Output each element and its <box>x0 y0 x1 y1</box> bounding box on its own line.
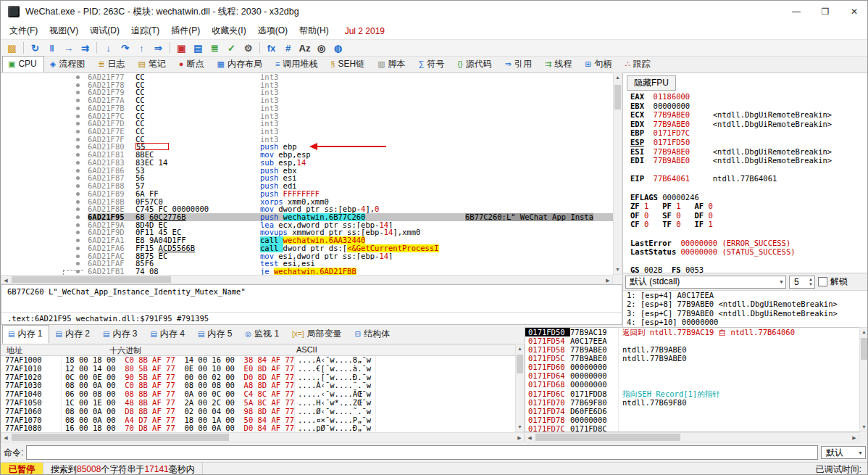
register-line[interactable] <box>623 183 868 193</box>
breakpoint-gutter[interactable] <box>1 136 88 144</box>
run-to-cursor-icon[interactable]: ⇒ <box>151 41 166 55</box>
registers-panel[interactable]: 隐藏FPU EAX 01186000EBX 00000000ECX 77B9AB… <box>622 73 868 273</box>
step-over-icon[interactable]: ↷ <box>117 41 133 55</box>
scroll-down-arrow-icon[interactable]: ▼ <box>860 423 868 431</box>
disasm-row[interactable]: 6AD21FA6FF15 ACD5566Bcall dword ptr ds:[… <box>1 244 613 252</box>
disasm-row[interactable]: 6AD21F7BCCint3 <box>1 104 613 112</box>
tab-call-stack[interactable]: ≡调用堆栈 <box>270 56 325 73</box>
breakpoint-gutter[interactable] <box>1 81 88 89</box>
stepper-arrows-icon[interactable]: ▲▼ <box>809 277 813 287</box>
breakpoint-gutter[interactable] <box>1 73 88 81</box>
command-input[interactable] <box>26 445 818 460</box>
unlock-checkbox[interactable] <box>818 277 827 286</box>
memory-dump-view[interactable]: 地址 十六进制 ASCII 77AF100018 00 18 00 C0 8B … <box>1 344 515 433</box>
tab-memory-map[interactable]: ▦内存布局 <box>212 56 270 73</box>
scrollbar-thumb[interactable] <box>517 355 523 373</box>
memory-map-icon[interactable]: ▤ <box>191 41 206 55</box>
breakpoint-gutter[interactable] <box>1 205 88 213</box>
tab-log[interactable]: ≣日志 <box>92 56 132 73</box>
breakpoint-gutter[interactable] <box>1 213 88 221</box>
breakpoint-gutter[interactable] <box>1 151 88 159</box>
register-line[interactable]: EIP 77B64061 ntdll.77B64061 <box>623 174 868 183</box>
breakpoint-gutter[interactable] <box>1 252 88 260</box>
register-line[interactable]: LastError 00000000 (ERROR_SUCCESS) <box>623 239 868 248</box>
menu-item[interactable]: 收藏夹(I) <box>206 23 251 38</box>
minimize-button[interactable]: — <box>782 1 811 22</box>
register-line[interactable]: LastStatus 00000000 (STATUS_SUCCESS) <box>623 247 868 257</box>
stack-view[interactable]: 0171FD5077B9AC19返回到 ntdll.77B9AC19 自 ntd… <box>525 327 868 432</box>
step-into-icon[interactable]: ↓ <box>101 41 116 55</box>
register-line[interactable]: EAX 01186000 <box>623 92 868 102</box>
step-out-icon[interactable]: ↑ <box>134 41 149 55</box>
breakpoint-gutter[interactable] <box>1 96 88 104</box>
tab-breakpoints[interactable]: ●断点 <box>173 56 212 73</box>
breakpoint-gutter[interactable] <box>1 167 88 175</box>
menu-item[interactable]: 追踪(T) <box>125 23 165 38</box>
command-profile-select[interactable]: 默认 ▼ <box>821 446 866 459</box>
breakpoint-gutter[interactable] <box>1 190 88 198</box>
breakpoint-gutter[interactable] <box>1 104 88 112</box>
tab-handles[interactable]: ⊞句柄 <box>579 56 619 73</box>
menu-item[interactable]: 文件(F) <box>4 23 43 38</box>
tab-locals[interactable]: [x=]局部变量 <box>286 325 349 344</box>
stack-row[interactable]: 0171FD6400000000 <box>525 371 868 380</box>
pause-icon[interactable]: ‖ <box>44 41 59 55</box>
restart-icon[interactable]: ↻ <box>28 41 43 55</box>
tab-source[interactable]: {}源代码 <box>451 56 498 73</box>
stack-row[interactable]: 0171FD5077B9AC19返回到 ntdll.77B9AC19 自 ntd… <box>525 328 868 336</box>
scrollbar-thumb[interactable] <box>535 434 680 441</box>
hide-fpu-button[interactable]: 隐藏FPU <box>627 75 676 91</box>
scrollbar-thumb[interactable] <box>614 85 621 110</box>
register-line[interactable]: ZF 1 PF 1 AF 0 <box>623 202 868 211</box>
patches-icon[interactable]: ▣ <box>174 41 189 55</box>
scroll-up-arrow-icon[interactable]: ▲ <box>614 73 622 82</box>
open-folder-icon[interactable]: ▨ <box>4 41 20 55</box>
menu-item[interactable]: 选项(O) <box>252 23 293 38</box>
breakpoint-gutter[interactable] <box>1 228 88 236</box>
register-line[interactable]: CF 0 TF 0 IF 1 <box>623 220 868 229</box>
tab-mem3[interactable]: ▤内存 3 <box>97 325 144 344</box>
stack-row[interactable]: 0171FD6C0171FDD8指向SEH_Record[1]的指针 <box>525 389 868 398</box>
argument-line[interactable]: 1: [esp+4] A0C17EEA <box>623 291 868 300</box>
close-button[interactable]: ✕ <box>840 1 868 22</box>
strings-icon[interactable]: Az <box>297 41 312 55</box>
tab-mem1[interactable]: ▤内存 1 <box>2 325 49 344</box>
run-icon[interactable]: → <box>61 41 76 55</box>
tab-notes[interactable]: ▤笔记 <box>132 56 172 73</box>
breakpoint-gutter[interactable] <box>1 174 88 182</box>
breakpoint-gutter[interactable] <box>1 244 88 252</box>
register-line[interactable]: ECX 77B9ABE0 <ntdll.DbgUiRemoteBreakin> <box>623 110 868 120</box>
run-alt-icon[interactable]: ⇉ <box>78 41 93 55</box>
stack-row[interactable]: 0171FD54A0C17EEA <box>525 336 868 345</box>
breakpoint-gutter[interactable] <box>1 112 88 120</box>
disassembly-horizontal-scrollbar[interactable]: ◀ ▶ <box>1 275 613 284</box>
register-line[interactable]: EBP 0171FD7C <box>623 128 868 138</box>
register-line[interactable]: GS 002B FS 0053 <box>623 265 868 273</box>
tab-trace[interactable]: ∴跟踪 <box>619 56 657 73</box>
argument-line[interactable]: 3: [esp+C] 77B9ABE0 <ntdll.DbgUiRemoteBr… <box>623 309 868 318</box>
check-icon[interactable]: ✓ <box>224 41 239 55</box>
argument-count-stepper[interactable]: 5 ▲▼ <box>789 276 815 289</box>
register-line[interactable] <box>623 229 868 239</box>
scrollbar-thumb[interactable] <box>12 276 171 283</box>
scroll-down-arrow-icon[interactable]: ▼ <box>614 265 622 274</box>
breakpoint-gutter[interactable] <box>1 120 88 128</box>
tab-symbols[interactable]: ∑符号 <box>413 56 452 73</box>
find-strings-icon[interactable]: ◎ <box>314 41 329 55</box>
argument-line[interactable]: 4: [esp+10] 00000000 <box>623 318 868 326</box>
disassembly-view[interactable]: 6AD21F77CCint36AD21F78CCint36AD21F79CCin… <box>1 73 613 276</box>
breakpoint-gutter[interactable] <box>1 88 88 96</box>
tab-seh[interactable]: §SEH链 <box>325 56 372 73</box>
breakpoint-gutter[interactable] <box>1 236 88 244</box>
calling-convention-select[interactable]: 默认 (stdcall) ▼ <box>625 276 786 289</box>
scroll-up-arrow-icon[interactable]: ▲ <box>516 344 524 353</box>
tab-threads[interactable]: ⇉线程 <box>539 56 579 73</box>
register-line[interactable]: ESI 77B9ABE0 <ntdll.DbgUiRemoteBreakin> <box>623 147 868 157</box>
stack-horizontal-scrollbar[interactable]: ◀ ▶ <box>525 432 859 442</box>
tab-mem4[interactable]: ▤内存 4 <box>144 325 191 344</box>
tab-references[interactable]: ⇒引用 <box>499 56 539 73</box>
dump-horizontal-scrollbar[interactable]: ◀ ▶ <box>1 432 525 442</box>
tab-mem5[interactable]: ▤内存 5 <box>192 325 239 344</box>
menu-item[interactable]: 帮助(H) <box>293 23 335 38</box>
stack-row[interactable]: 0171FD7077B69F80ntdll.77B69F80 <box>525 398 868 407</box>
